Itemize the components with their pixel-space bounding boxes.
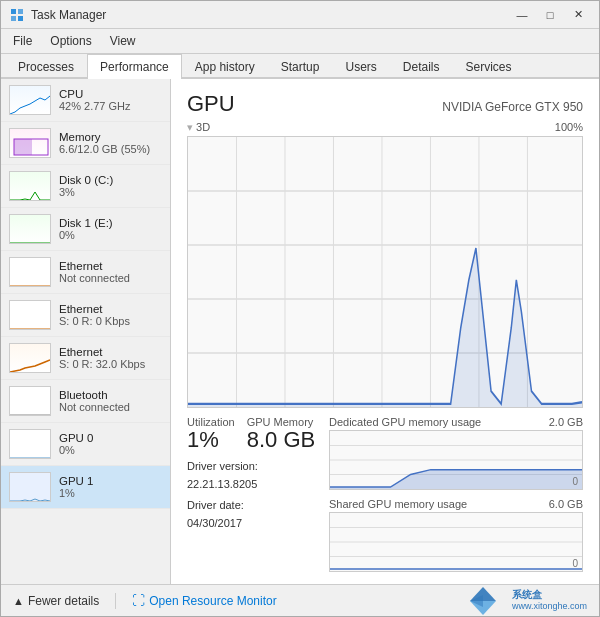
svg-rect-2 — [11, 16, 16, 21]
maximize-button[interactable]: □ — [537, 5, 563, 25]
sidebar-item-gpu1[interactable]: GPU 1 1% — [1, 466, 170, 509]
svg-marker-17 — [188, 248, 582, 407]
sidebar: CPU 42% 2.77 GHz Memory 6.6/12.0 GB (55%… — [1, 79, 171, 584]
task-manager-window: Task Manager — □ ✕ File Options View Pro… — [0, 0, 600, 617]
watermark-line1: 系统盒 — [512, 589, 587, 601]
right-graphs: Dedicated GPU memory usage 2.0 GB — [329, 416, 583, 572]
sidebar-item-disk1[interactable]: Disk 1 (E:) 0% — [1, 208, 170, 251]
eth2-value: S: 0 R: 0 Kbps — [59, 315, 162, 327]
device-name: NVIDIA GeForce GTX 950 — [442, 100, 583, 114]
tab-app-history[interactable]: App history — [182, 54, 268, 79]
dedicated-graph-section: Dedicated GPU memory usage 2.0 GB — [329, 416, 583, 490]
cpu-label: CPU — [59, 88, 162, 100]
eth1-thumbnail — [9, 257, 51, 287]
stat-pair-main: Utilization 1% GPU Memory 8.0 GB — [187, 416, 317, 458]
window-controls: — □ ✕ — [509, 5, 591, 25]
svg-rect-5 — [14, 139, 32, 155]
cpu-thumbnail — [9, 85, 51, 115]
main-panel: GPU NVIDIA GeForce GTX 950 ▾ 3D 100% — [171, 79, 599, 584]
menu-bar: File Options View — [1, 29, 599, 54]
watermark-text-block: 系统盒 www.xitonghe.com — [512, 589, 587, 612]
fewer-details-button[interactable]: ▲ Fewer details — [13, 594, 99, 608]
graph-label-row: ▾ 3D 100% — [187, 121, 583, 134]
tab-startup[interactable]: Startup — [268, 54, 333, 79]
driver-date-label: Driver date: — [187, 497, 317, 515]
watermark-logo — [460, 583, 506, 618]
svg-marker-21 — [330, 470, 582, 489]
menu-options[interactable]: Options — [42, 31, 99, 51]
close-button[interactable]: ✕ — [565, 5, 591, 25]
driver-date-value: 04/30/2017 — [187, 515, 317, 533]
dedicated-min: 0 — [572, 476, 578, 487]
disk1-value: 0% — [59, 229, 162, 241]
tab-users[interactable]: Users — [332, 54, 389, 79]
driver-version-label: Driver version: — [187, 458, 317, 476]
graph-section-label: ▾ 3D — [187, 121, 210, 134]
sidebar-item-gpu0[interactable]: GPU 0 0% — [1, 423, 170, 466]
utilization-stat: Utilization 1% — [187, 416, 235, 452]
gpu0-value: 0% — [59, 444, 162, 456]
shared-graph-section: Shared GPU memory usage 6.0 GB — [329, 498, 583, 572]
dedicated-graph-header: Dedicated GPU memory usage 2.0 GB — [329, 416, 583, 428]
disk1-label: Disk 1 (E:) — [59, 217, 162, 229]
sidebar-item-eth3[interactable]: Ethernet S: 0 R: 32.0 Kbps — [1, 337, 170, 380]
gpu1-label: GPU 1 — [59, 475, 162, 487]
menu-view[interactable]: View — [102, 31, 144, 51]
gpu-memory-value: 8.0 GB — [247, 428, 315, 452]
eth2-info: Ethernet S: 0 R: 0 Kbps — [59, 303, 162, 327]
gpu0-info: GPU 0 0% — [59, 432, 162, 456]
footer-divider — [115, 593, 116, 609]
svg-rect-0 — [11, 9, 16, 14]
gpu0-label: GPU 0 — [59, 432, 162, 444]
disk1-info: Disk 1 (E:) 0% — [59, 217, 162, 241]
sidebar-item-eth1[interactable]: Ethernet Not connected — [1, 251, 170, 294]
gpu1-value: 1% — [59, 487, 162, 499]
eth3-label: Ethernet — [59, 346, 162, 358]
utilization-value: 1% — [187, 428, 235, 452]
sidebar-item-eth2[interactable]: Ethernet S: 0 R: 0 Kbps — [1, 294, 170, 337]
tab-performance[interactable]: Performance — [87, 54, 182, 79]
minimize-button[interactable]: — — [509, 5, 535, 25]
eth1-value: Not connected — [59, 272, 162, 284]
shared-label: Shared GPU memory usage — [329, 498, 467, 510]
bottom-section: Utilization 1% GPU Memory 8.0 GB Driver … — [187, 416, 583, 572]
memory-label: Memory — [59, 131, 162, 143]
memory-thumbnail — [9, 128, 51, 158]
disk0-thumbnail — [9, 171, 51, 201]
cpu-info: CPU 42% 2.77 GHz — [59, 88, 162, 112]
footer: ▲ Fewer details ⛶ Open Resource Monitor … — [1, 584, 599, 616]
sidebar-item-bluetooth[interactable]: Bluetooth Not connected — [1, 380, 170, 423]
dedicated-graph: 0 — [329, 430, 583, 490]
resource-monitor-label: Open Resource Monitor — [149, 594, 276, 608]
sidebar-item-disk0[interactable]: Disk 0 (C:) 3% — [1, 165, 170, 208]
sidebar-item-cpu[interactable]: CPU 42% 2.77 GHz — [1, 79, 170, 122]
dedicated-label: Dedicated GPU memory usage — [329, 416, 481, 428]
tab-services[interactable]: Services — [453, 54, 525, 79]
eth3-value: S: 0 R: 32.0 Kbps — [59, 358, 162, 370]
svg-rect-1 — [18, 9, 23, 14]
tab-details[interactable]: Details — [390, 54, 453, 79]
sidebar-item-memory[interactable]: Memory 6.6/12.0 GB (55%) — [1, 122, 170, 165]
tab-bar: Processes Performance App history Startu… — [1, 54, 599, 79]
cpu-value: 42% 2.77 GHz — [59, 100, 162, 112]
bluetooth-label: Bluetooth — [59, 389, 162, 401]
tab-processes[interactable]: Processes — [5, 54, 87, 79]
gpu-graph-section: ▾ 3D 100% — [187, 121, 583, 408]
shared-min: 0 — [572, 558, 578, 569]
dedicated-max: 2.0 GB — [549, 416, 583, 428]
resource-monitor-button[interactable]: ⛶ Open Resource Monitor — [132, 593, 276, 608]
menu-file[interactable]: File — [5, 31, 40, 51]
title-bar-left: Task Manager — [9, 7, 106, 23]
eth2-thumbnail — [9, 300, 51, 330]
driver-version-value: 22.21.13.8205 — [187, 476, 317, 494]
eth2-label: Ethernet — [59, 303, 162, 315]
shared-graph-header: Shared GPU memory usage 6.0 GB — [329, 498, 583, 510]
memory-value: 6.6/12.0 GB (55%) — [59, 143, 162, 155]
eth1-info: Ethernet Not connected — [59, 260, 162, 284]
monitor-icon: ⛶ — [132, 593, 145, 608]
fewer-details-label: Fewer details — [28, 594, 99, 608]
watermark-line2: www.xitonghe.com — [512, 601, 587, 612]
watermark: 系统盒 www.xitonghe.com — [460, 583, 587, 618]
chevron-up-icon: ▲ — [13, 595, 24, 607]
bluetooth-thumbnail — [9, 386, 51, 416]
